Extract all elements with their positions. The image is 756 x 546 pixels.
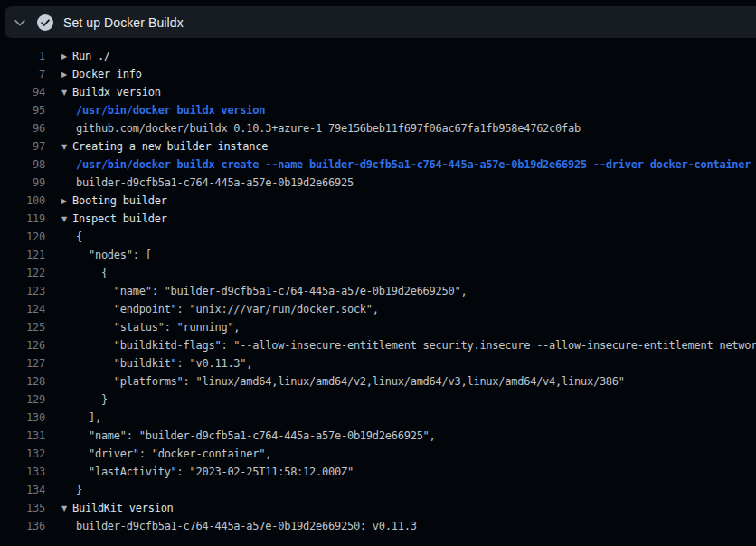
log-line: 136builder-d9cfb5a1-c764-445a-a57e-0b19d… — [0, 517, 756, 535]
log-line: 124 "endpoint": "unix:///var/run/docker.… — [0, 300, 756, 318]
triangle-right-icon[interactable]: ▶ — [61, 193, 72, 210]
line-number[interactable]: 7 — [0, 65, 45, 83]
line-number[interactable]: 98 — [0, 155, 45, 174]
group-title: Docker info — [72, 68, 142, 80]
line-content: "lastActivity": "2023-02-25T11:58:12.000… — [76, 463, 354, 481]
line-number[interactable]: 99 — [0, 174, 45, 192]
line-number[interactable]: 100 — [0, 192, 45, 210]
output-text: "nodes": [ — [76, 249, 152, 261]
line-number[interactable]: 128 — [0, 372, 45, 391]
line-content: ▼Inspect builder — [61, 210, 167, 228]
log-line: 123 "name": "builder-d9cfb5a1-c764-445a-… — [0, 282, 756, 300]
line-number[interactable]: 1 — [0, 47, 45, 65]
log-line: 128 "platforms": "linux/amd64,linux/amd6… — [0, 372, 756, 391]
output-text: github.com/docker/buildx 0.10.3+azure-1 … — [76, 122, 581, 135]
output-text: "buildkitd-flags": "--allow-insecure-ent… — [76, 339, 756, 352]
output-text: { — [76, 267, 108, 279]
log-group-row[interactable]: 135▼BuildKit version — [0, 499, 756, 517]
line-content: "platforms": "linux/amd64,linux/amd64/v2… — [76, 372, 625, 391]
line-number[interactable]: 135 — [0, 499, 45, 517]
triangle-down-icon[interactable]: ▼ — [61, 500, 72, 517]
step-header[interactable]: Set up Docker Buildx — [5, 6, 756, 38]
log-line: 120{ — [0, 228, 756, 246]
line-content: /usr/bin/docker buildx create --name bui… — [76, 155, 751, 174]
group-title: Booting builder — [72, 194, 167, 207]
line-content: ▼Creating a new builder instance — [61, 137, 268, 155]
log-line: 125 "status": "running", — [0, 318, 756, 336]
line-content: builder-d9cfb5a1-c764-445a-a57e-0b19d2e6… — [76, 517, 417, 535]
line-number[interactable]: 119 — [0, 210, 45, 228]
line-content: "driver": "docker-container", — [76, 445, 271, 463]
output-text: "platforms": "linux/amd64,linux/amd64/v2… — [76, 375, 625, 388]
log-lines: 1▶Run ./7▶Docker info94▼Buildx version95… — [0, 47, 756, 535]
log-group-row[interactable]: 100▶Booting builder — [0, 192, 756, 210]
output-text: "driver": "docker-container", — [76, 447, 271, 460]
group-title: Buildx version — [72, 86, 161, 99]
command-text: /usr/bin/docker buildx create --name bui… — [76, 158, 751, 171]
line-content: "endpoint": "unix:///var/run/docker.sock… — [76, 300, 379, 318]
triangle-down-icon[interactable]: ▼ — [61, 211, 72, 228]
line-number[interactable]: 133 — [0, 463, 45, 481]
log-line: 126 "buildkitd-flags": "--allow-insecure… — [0, 336, 756, 354]
line-number[interactable]: 124 — [0, 300, 45, 318]
log-group-row[interactable]: 119▼Inspect builder — [0, 210, 756, 228]
line-number[interactable]: 126 — [0, 336, 45, 354]
line-number[interactable]: 97 — [0, 137, 45, 155]
output-text: { — [76, 231, 82, 243]
output-text: } — [76, 484, 82, 496]
line-content: { — [76, 228, 82, 246]
line-content: "name": "builder-d9cfb5a1-c764-445a-a57e… — [76, 282, 467, 300]
line-number[interactable]: 96 — [0, 119, 45, 137]
line-number[interactable]: 129 — [0, 391, 45, 409]
line-number[interactable]: 123 — [0, 282, 45, 300]
group-title: Inspect builder — [72, 212, 167, 225]
line-number[interactable]: 95 — [0, 101, 45, 119]
log-line: 133 "lastActivity": "2023-02-25T11:58:12… — [0, 463, 756, 481]
line-content: "buildkitd-flags": "--allow-insecure-ent… — [76, 336, 756, 354]
line-number[interactable]: 134 — [0, 481, 45, 499]
step-title: Set up Docker Buildx — [63, 15, 184, 30]
line-number[interactable]: 136 — [0, 517, 45, 535]
line-number[interactable]: 121 — [0, 246, 45, 264]
line-number[interactable]: 131 — [0, 427, 45, 445]
line-number[interactable]: 132 — [0, 445, 45, 463]
triangle-right-icon[interactable]: ▶ — [61, 48, 72, 65]
line-number[interactable]: 127 — [0, 354, 45, 372]
output-text: ], — [76, 411, 101, 424]
group-title: BuildKit version — [72, 502, 174, 514]
output-text: builder-d9cfb5a1-c764-445a-a57e-0b19d2e6… — [76, 520, 417, 532]
line-content: "status": "running", — [76, 318, 240, 336]
output-text: "status": "running", — [76, 321, 240, 334]
command-text: /usr/bin/docker buildx version — [76, 104, 265, 117]
line-content: ▶Booting builder — [61, 192, 167, 210]
line-content: ▼BuildKit version — [61, 499, 174, 517]
line-number[interactable]: 130 — [0, 409, 45, 427]
line-content: "buildkit": "v0.11.3", — [76, 354, 252, 372]
log-line: 99builder-d9cfb5a1-c764-445a-a57e-0b19d2… — [0, 174, 756, 192]
line-number[interactable]: 94 — [0, 83, 45, 101]
triangle-down-icon[interactable]: ▼ — [61, 138, 72, 155]
line-content: /usr/bin/docker buildx version — [76, 101, 265, 119]
log-group-row[interactable]: 97▼Creating a new builder instance — [0, 137, 756, 155]
log-line: 129 } — [0, 391, 756, 409]
line-content: "nodes": [ — [76, 246, 152, 264]
log-line: 121 "nodes": [ — [0, 246, 756, 264]
triangle-down-icon[interactable]: ▼ — [61, 84, 72, 101]
line-number[interactable]: 120 — [0, 228, 45, 246]
output-text: "endpoint": "unix:///var/run/docker.sock… — [76, 303, 379, 315]
line-content: { — [76, 264, 108, 282]
log-line: 98/usr/bin/docker buildx create --name b… — [0, 155, 756, 174]
line-number[interactable]: 125 — [0, 318, 45, 336]
output-text: "buildkit": "v0.11.3", — [76, 357, 252, 370]
output-text: builder-d9cfb5a1-c764-445a-a57e-0b19d2e6… — [76, 176, 354, 189]
triangle-right-icon[interactable]: ▶ — [61, 66, 72, 83]
line-content: ▶Docker info — [61, 65, 142, 83]
log-group-row[interactable]: 7▶Docker info — [0, 65, 756, 83]
line-content: } — [76, 391, 108, 409]
log-group-row[interactable]: 94▼Buildx version — [0, 83, 756, 101]
log-line: 130 ], — [0, 409, 756, 427]
log-group-row[interactable]: 1▶Run ./ — [0, 47, 756, 65]
chevron-down-icon[interactable] — [14, 16, 26, 29]
check-circle-icon — [36, 14, 54, 32]
line-number[interactable]: 122 — [0, 264, 45, 282]
